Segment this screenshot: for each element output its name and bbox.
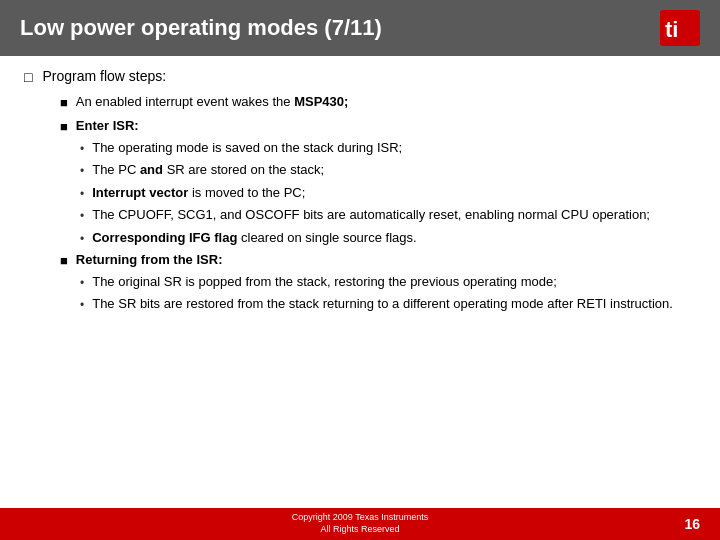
copyright-line1: Copyright 2009 Texas Instruments — [292, 512, 428, 522]
dot-bullet-icon: • — [80, 208, 84, 225]
main-item-header: □ Program flow steps: — [24, 66, 696, 87]
sub-sub-item: • The PC and SR are stored on the stack; — [80, 161, 696, 180]
copyright-line2: All Rights Reserved — [320, 524, 399, 534]
item-text: The PC and SR are stored on the stack; — [92, 161, 696, 180]
sub-sub-list: • The original SR is popped from the sta… — [80, 273, 696, 315]
header-title: Low power operating modes (7/11) — [20, 15, 382, 41]
sub-sub-item: • The CPUOFF, SCG1, and OSCOFF bits are … — [80, 206, 696, 225]
ti-logo-icon: ti — [660, 10, 700, 46]
item-text: An enabled interrupt event wakes the MSP… — [76, 93, 696, 112]
dot-bullet-icon: • — [80, 297, 84, 314]
item-text: Enter ISR: — [76, 117, 696, 136]
item-text: The CPUOFF, SCG1, and OSCOFF bits are au… — [92, 206, 696, 225]
item-text: Corresponding IFG flag cleared on single… — [92, 229, 696, 248]
main-q-bullet: □ — [24, 67, 32, 87]
bullet-icon: ■ — [60, 252, 68, 271]
list-item: ■ Enter ISR: • The operating mode is sav… — [60, 117, 696, 248]
footer-copyright: Copyright 2009 Texas Instruments All Rig… — [247, 512, 474, 535]
sub-sub-item: • The SR bits are restored from the stac… — [80, 295, 696, 314]
dot-bullet-icon: • — [80, 186, 84, 203]
content-area: □ Program flow steps: ■ An enabled inter… — [0, 56, 720, 324]
item-text: Returning from the ISR: — [76, 251, 696, 270]
dot-bullet-icon: • — [80, 231, 84, 248]
sub-sub-item: • Interrupt vector is moved to the PC; — [80, 184, 696, 203]
item-text: Interrupt vector is moved to the PC; — [92, 184, 696, 203]
sub-sub-item: • The operating mode is saved on the sta… — [80, 139, 696, 158]
sub-item: ■ Returning from the ISR: — [60, 251, 696, 271]
footer: Copyright 2009 Texas Instruments All Rig… — [0, 508, 720, 540]
main-label: Program flow steps: — [42, 66, 166, 86]
item-text: The original SR is popped from the stack… — [92, 273, 696, 292]
header: Low power operating modes (7/11) ti — [0, 0, 720, 56]
item-text: The operating mode is saved on the stack… — [92, 139, 696, 158]
dot-bullet-icon: • — [80, 141, 84, 158]
sub-sub-item: • Corresponding IFG flag cleared on sing… — [80, 229, 696, 248]
dot-bullet-icon: • — [80, 163, 84, 180]
list-item: ■ Returning from the ISR: • The original… — [60, 251, 696, 315]
dot-bullet-icon: • — [80, 275, 84, 292]
list-item: ■ An enabled interrupt event wakes the M… — [60, 93, 696, 113]
item-text: The SR bits are restored from the stack … — [92, 295, 696, 314]
sub-sub-item: • The original SR is popped from the sta… — [80, 273, 696, 292]
page-number: 16 — [684, 516, 700, 532]
sub-sub-list: • The operating mode is saved on the sta… — [80, 139, 696, 248]
bullet-icon: ■ — [60, 94, 68, 113]
sub-item: ■ An enabled interrupt event wakes the M… — [60, 93, 696, 113]
svg-text:ti: ti — [665, 17, 678, 42]
sub-item: ■ Enter ISR: — [60, 117, 696, 137]
bullet-icon: ■ — [60, 118, 68, 137]
